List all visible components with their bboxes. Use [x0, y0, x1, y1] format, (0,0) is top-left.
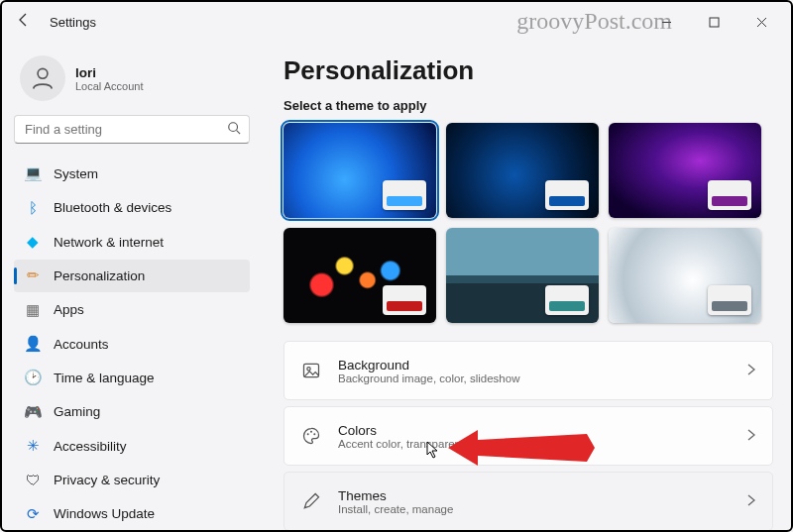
- theme-thumbnail-1[interactable]: [283, 123, 436, 218]
- window-title: Settings: [50, 15, 96, 30]
- nav-icon: 🕑: [24, 369, 42, 386]
- theme-accent-preview: [545, 180, 589, 210]
- sidebar-item-label: Gaming: [54, 404, 100, 419]
- sidebar-item-label: System: [54, 166, 98, 181]
- sidebar-item-windows-update[interactable]: ⟳Windows Update: [14, 498, 250, 530]
- sidebar: lori Local Account 💻SystemᛒBluetooth & d…: [2, 42, 262, 530]
- nav-icon: ᛒ: [24, 199, 42, 217]
- back-button[interactable]: [10, 12, 38, 32]
- theme-accent-preview: [708, 285, 751, 315]
- chevron-right-icon: [746, 362, 756, 379]
- svg-rect-1: [710, 18, 719, 27]
- sidebar-item-time-language[interactable]: 🕑Time & language: [14, 362, 250, 393]
- sidebar-item-label: Network & internet: [54, 235, 164, 250]
- card-subtitle: Accent color, transparency effects, colo…: [338, 438, 575, 450]
- sidebar-item-apps[interactable]: ▦Apps: [14, 294, 250, 326]
- theme-accent-preview: [383, 285, 426, 315]
- sidebar-item-system[interactable]: 💻System: [14, 158, 250, 189]
- sidebar-item-label: Windows Update: [54, 506, 155, 521]
- nav-icon: 🛡: [24, 472, 42, 489]
- theme-accent-preview: [545, 285, 589, 315]
- avatar: [20, 55, 65, 101]
- pen-icon: [300, 490, 322, 512]
- svg-point-8: [310, 431, 312, 433]
- sidebar-item-label: Time & language: [54, 371, 155, 385]
- theme-section-header: Select a theme to apply: [283, 98, 773, 113]
- theme-thumbnail-4[interactable]: [283, 228, 436, 323]
- settings-card-background[interactable]: BackgroundBackground image, color, slide…: [283, 341, 773, 400]
- titlebar: Settings: [2, 2, 791, 42]
- sidebar-item-label: Personalization: [54, 268, 145, 283]
- card-title: Themes: [338, 488, 453, 503]
- svg-point-6: [307, 368, 310, 371]
- palette-icon: [300, 425, 322, 447]
- svg-line-4: [237, 130, 241, 134]
- sidebar-item-accessibility[interactable]: ✳Accessibility: [14, 430, 250, 462]
- sidebar-item-accounts[interactable]: 👤Accounts: [14, 328, 250, 360]
- sidebar-item-privacy-security[interactable]: 🛡Privacy & security: [14, 464, 250, 495]
- theme-thumbnail-2[interactable]: [446, 123, 599, 218]
- nav-icon: 👤: [24, 335, 42, 353]
- sidebar-item-personalization[interactable]: ✏Personalization: [14, 260, 250, 291]
- account-type: Local Account: [75, 80, 144, 92]
- page-title: Personalization: [283, 55, 773, 86]
- close-button[interactable]: [739, 8, 783, 36]
- chevron-right-icon: [746, 492, 756, 510]
- account-name: lori: [75, 65, 144, 80]
- sidebar-item-label: Privacy & security: [54, 473, 160, 487]
- svg-point-9: [313, 433, 315, 435]
- theme-thumbnail-6[interactable]: [609, 228, 761, 323]
- sidebar-item-label: Bluetooth & devices: [54, 200, 171, 215]
- card-title: Background: [338, 358, 519, 372]
- sidebar-item-network-internet[interactable]: ◆Network & internet: [14, 226, 250, 258]
- sidebar-item-gaming[interactable]: 🎮Gaming: [14, 396, 250, 428]
- nav-icon: ✳: [24, 437, 42, 455]
- theme-accent-preview: [708, 180, 751, 210]
- search-input[interactable]: [23, 121, 227, 138]
- svg-point-7: [307, 433, 309, 435]
- sidebar-item-label: Apps: [54, 302, 84, 317]
- settings-card-themes[interactable]: ThemesInstall, create, manage: [283, 472, 773, 530]
- svg-point-3: [229, 122, 238, 131]
- search-box[interactable]: [14, 115, 250, 144]
- account-block[interactable]: lori Local Account: [14, 50, 250, 115]
- watermark: groovyPost.com: [516, 8, 672, 35]
- settings-list: BackgroundBackground image, color, slide…: [283, 341, 773, 530]
- main-content: Personalization Select a theme to apply …: [262, 42, 791, 530]
- theme-grid: [283, 123, 769, 323]
- nav-icon: ◆: [24, 233, 42, 251]
- card-subtitle: Background image, color, slideshow: [338, 372, 519, 384]
- nav-icon: 💻: [24, 164, 42, 182]
- theme-thumbnail-5[interactable]: [446, 228, 599, 323]
- card-subtitle: Install, create, manage: [338, 503, 453, 515]
- image-icon: [300, 360, 322, 381]
- sidebar-item-label: Accessibility: [54, 439, 127, 454]
- maximize-button[interactable]: [692, 8, 736, 36]
- theme-thumbnail-3[interactable]: [609, 123, 761, 218]
- sidebar-item-label: Accounts: [54, 337, 109, 352]
- sidebar-item-bluetooth-devices[interactable]: ᛒBluetooth & devices: [14, 191, 250, 223]
- nav-icon: ▦: [24, 301, 42, 319]
- search-icon: [227, 121, 241, 139]
- card-title: Colors: [338, 423, 575, 438]
- svg-point-2: [38, 68, 48, 78]
- theme-accent-preview: [383, 180, 426, 210]
- nav-icon: ⟳: [24, 505, 42, 523]
- chevron-right-icon: [746, 427, 756, 445]
- nav-icon: 🎮: [24, 403, 42, 421]
- settings-card-colors[interactable]: ColorsAccent color, transparency effects…: [283, 406, 773, 466]
- nav-icon: ✏: [24, 266, 42, 284]
